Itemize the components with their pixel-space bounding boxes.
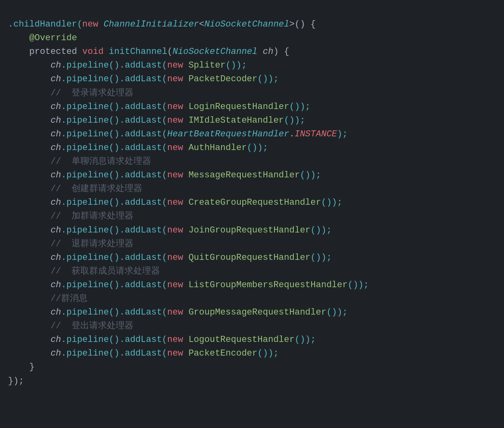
line-22: ch.pipeline().addLast(new GroupMessageRe…	[8, 306, 496, 319]
line-23: // 登出请求处理器	[8, 319, 496, 333]
line-7: ch.pipeline().addLast(new LoginRequestHa…	[8, 100, 496, 114]
line-17: // 退群请求处理器	[8, 237, 496, 251]
line-6: // 登录请求处理器	[8, 86, 496, 100]
line-5: ch.pipeline().addLast(new PacketDecoder(…	[8, 72, 496, 86]
line-16: ch.pipeline().addLast(new JoinGroupReque…	[8, 224, 496, 237]
line-15: // 加群请求处理器	[8, 210, 496, 223]
line-1: .childHandler(new ChannelInitializer<Nio…	[8, 18, 496, 31]
line-18: ch.pipeline().addLast(new QuitGroupReque…	[8, 251, 496, 265]
code-editor: .childHandler(new ChannelInitializer<Nio…	[8, 4, 496, 388]
line-9: ch.pipeline().addLast(HeartBeatRequestHa…	[8, 128, 496, 141]
line-3: protected void initChannel(NioSocketChan…	[8, 45, 496, 59]
line-12: ch.pipeline().addLast(new MessageRequest…	[8, 169, 496, 182]
line-14: ch.pipeline().addLast(new CreateGroupReq…	[8, 196, 496, 210]
line-8: ch.pipeline().addLast(new IMIdleStateHan…	[8, 114, 496, 128]
line-21: //群消息	[8, 292, 496, 306]
line-19: // 获取群成员请求处理器	[8, 265, 496, 278]
line-26: }	[8, 360, 496, 374]
line-24: ch.pipeline().addLast(new LogoutRequestH…	[8, 333, 496, 347]
line-11: // 单聊消息请求处理器	[8, 155, 496, 169]
line-13: // 创建群请求处理器	[8, 182, 496, 196]
line-25: ch.pipeline().addLast(new PacketEncoder(…	[8, 347, 496, 360]
line-10: ch.pipeline().addLast(new AuthHandler())…	[8, 141, 496, 155]
line-27: });	[8, 374, 496, 388]
line-4: ch.pipeline().addLast(new Spliter());	[8, 59, 496, 72]
line-20: ch.pipeline().addLast(new ListGroupMembe…	[8, 278, 496, 292]
line-2: @Override	[8, 31, 496, 45]
